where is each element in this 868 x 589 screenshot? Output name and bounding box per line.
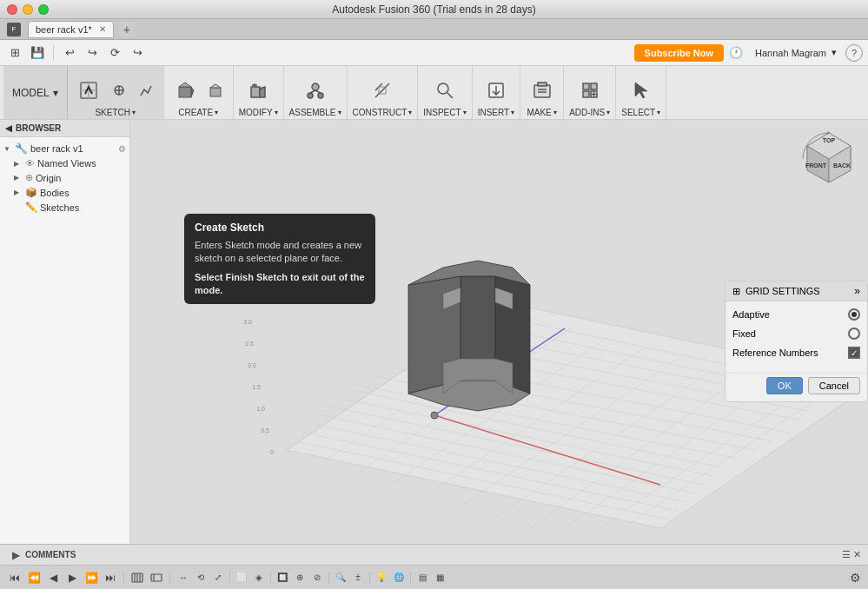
select-dropdown-arrow: ▾: [657, 109, 660, 116]
step-forward-button[interactable]: ⏩: [83, 570, 99, 586]
step-back-button[interactable]: ◀: [45, 570, 61, 586]
inspect-label: INSPECT ▾: [423, 108, 466, 117]
sidebar-collapse-icon[interactable]: ◀: [5, 123, 12, 133]
tree-item-sketches[interactable]: ▶ ✏️ Sketches: [0, 200, 129, 215]
tool-1[interactable]: ↔: [176, 570, 191, 586]
create-icons-row: [169, 75, 228, 106]
skip-to-end-button[interactable]: ⏭: [103, 570, 118, 586]
insert-label: INSERT ▾: [478, 108, 515, 117]
create-main-icon: [169, 75, 201, 106]
active-tab[interactable]: beer rack v1* ✕: [28, 21, 114, 38]
user-menu[interactable]: Hannah Magram ▾: [755, 47, 837, 58]
new-tab-button[interactable]: +: [119, 22, 135, 37]
tree-arrow-bodies: ▶: [14, 189, 23, 196]
addins-label: ADD-INS ▾: [569, 108, 610, 117]
tool-5[interactable]: ◈: [251, 570, 267, 586]
svg-rect-32: [583, 91, 589, 97]
svg-rect-27: [538, 83, 547, 86]
tree-settings-icon[interactable]: ⚙: [118, 144, 126, 154]
addins-dropdown-arrow: ▾: [606, 109, 610, 116]
tree-item-named-views[interactable]: ▶ 👁 Named Views: [0, 156, 129, 170]
reference-numbers-checkbox[interactable]: ✓: [848, 347, 860, 359]
inspect-icons-row: [429, 75, 461, 106]
close-button[interactable]: [7, 4, 17, 15]
select-icons-row: [626, 75, 657, 106]
grid-expand-icon[interactable]: »: [854, 285, 860, 297]
tool-3[interactable]: ⤢: [210, 570, 226, 586]
create-sub-icon-1: [203, 78, 228, 103]
bottom-expand-icon[interactable]: ▶: [12, 549, 20, 561]
tree-item-root[interactable]: ▼ 🔧 beer rack v1 ⚙: [0, 141, 129, 156]
ribbon-group-sketch[interactable]: SKETCH ▾: [68, 66, 164, 119]
ribbon-group-insert[interactable]: INSERT ▾: [473, 66, 521, 119]
timeline-settings-button[interactable]: [149, 570, 164, 586]
tool-11[interactable]: 💡: [374, 570, 389, 586]
ribbon-group-addins[interactable]: ADD-INS ▾: [564, 66, 616, 119]
ribbon-group-create[interactable]: CREATE ▾: [164, 66, 234, 119]
grid-view-button[interactable]: ⊞: [5, 43, 24, 63]
cancel-button[interactable]: Cancel: [808, 377, 860, 394]
tool-sep3: [328, 572, 329, 584]
svg-marker-36: [635, 83, 647, 98]
statusbar: ⏮ ⏪ ◀ ▶ ⏩ ⏭ ↔ ⟲ ⤢ ⬜ ◈ 🔲 ⊕ ⊘ 🔍 ± �: [0, 565, 868, 589]
tool-6[interactable]: 🔲: [275, 570, 290, 586]
grid-settings-panel: ⊞ GRID SETTINGS » Adaptive Fixed Referen…: [725, 281, 868, 402]
skip-to-start-button[interactable]: ⏮: [7, 570, 23, 586]
tool-8[interactable]: ⊘: [309, 570, 325, 586]
tree-item-bodies[interactable]: ▶ 📦 Bodies: [0, 185, 129, 200]
fixed-radio[interactable]: [848, 328, 860, 340]
ribbon-group-modify[interactable]: MODIFY ▾: [234, 66, 284, 119]
insert-icons-row: [480, 75, 512, 106]
timeline-capture-button[interactable]: [129, 570, 145, 586]
history-button[interactable]: 🕐: [727, 44, 745, 62]
viewport[interactable]: 0 0.5 1.0 1.5 2.0 2.5 3.0 Create Sketch …: [130, 120, 868, 544]
ribbon-group-assemble[interactable]: ASSEMBLE ▾: [284, 66, 348, 119]
tool-buttons-group: ↔ ⟲ ⤢ ⬜ ◈ 🔲 ⊕ ⊘ 🔍 ± 💡 🌐 ▤ ▦: [176, 570, 447, 586]
comments-actions[interactable]: ☰ ✕: [842, 549, 861, 560]
subscribe-button[interactable]: Subscribe Now: [634, 44, 724, 62]
ribbon-group-inspect[interactable]: INSPECT ▾: [418, 66, 472, 119]
redo-button[interactable]: ⟳: [105, 43, 124, 63]
skip-back-button[interactable]: ⏪: [26, 570, 42, 586]
play-button[interactable]: ▶: [64, 570, 80, 586]
addins-icons-row: [574, 75, 606, 106]
tool-4[interactable]: ⬜: [234, 570, 249, 586]
tab-close-icon[interactable]: ✕: [99, 24, 106, 34]
ribbon-group-make[interactable]: MAKE ▾: [520, 66, 564, 119]
sketch-label: SKETCH ▾: [95, 108, 136, 117]
model-mode-button[interactable]: MODEL ▾: [3, 66, 68, 119]
svg-line-19: [375, 83, 389, 97]
minimize-button[interactable]: [23, 4, 33, 15]
undo-arrow-button[interactable]: ↪: [83, 43, 102, 63]
inspect-dropdown-arrow: ▾: [463, 109, 467, 116]
window-controls: [7, 4, 49, 15]
undo-button[interactable]: ↩: [60, 43, 79, 63]
cube-navigator[interactable]: TOP FRONT BACK: [798, 129, 859, 189]
tree-item-origin[interactable]: ▶ ⊕ Origin: [0, 170, 129, 185]
tooltip-desc2: Select Finish Sketch to exit out of the …: [195, 271, 365, 298]
tool-12[interactable]: 🌐: [391, 570, 407, 586]
svg-text:0: 0: [270, 449, 274, 455]
tool-14[interactable]: ▦: [432, 570, 447, 586]
insert-main-icon: [480, 75, 512, 106]
ribbon-group-construct[interactable]: CONSTRUCT ▾: [348, 66, 419, 119]
help-button[interactable]: ?: [845, 44, 863, 62]
ribbon-group-select[interactable]: SELECT ▾: [616, 66, 666, 119]
maximize-button[interactable]: [38, 4, 49, 15]
select-label: SELECT ▾: [621, 108, 660, 117]
origin-icon: ⊕: [25, 172, 33, 183]
tool-7[interactable]: ⊕: [292, 570, 308, 586]
tool-13[interactable]: ▤: [414, 570, 430, 586]
svg-line-17: [310, 90, 315, 93]
settings-gear-button[interactable]: ⚙: [850, 571, 861, 585]
tool-10[interactable]: ±: [350, 570, 366, 586]
svg-line-23: [447, 93, 453, 98]
ok-button[interactable]: OK: [766, 377, 803, 394]
tree-arrow-named-views: ▶: [14, 160, 23, 168]
tool-9[interactable]: 🔍: [333, 570, 348, 586]
tool-2[interactable]: ⟲: [193, 570, 209, 586]
titlebar: Autodesk Fusion 360 (Trial ends in 28 da…: [0, 0, 868, 19]
save-button[interactable]: 💾: [28, 43, 47, 63]
redo-step-button[interactable]: ↪: [128, 43, 147, 63]
adaptive-radio[interactable]: [848, 308, 860, 321]
